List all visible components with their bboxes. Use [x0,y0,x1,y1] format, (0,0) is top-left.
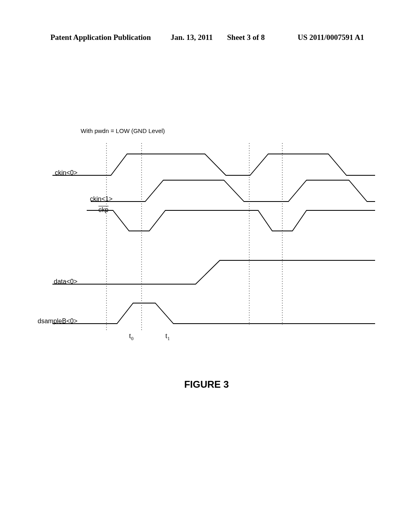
sheet-number: Sheet 3 of 8 [227,33,265,42]
signal-label-dsampleB0: dsampleB<0> [38,318,77,325]
waveform-ckin1 [91,180,375,202]
waveform-ckp-bar [87,210,375,231]
waveform-data0 [52,260,375,284]
time-marker-t0: t0 [129,332,133,342]
signal-label-ckin0: ckin<0> [55,169,77,177]
timing-diagram: ckin<0> ckin<1> ckp data<0> dsampleB<0> [25,143,348,337]
signal-label-data0: data<0> [54,278,77,285]
time-marker-t1: t1 [165,332,170,342]
waveform-dsampleB0 [52,303,375,324]
publication-number: US 2011/0007591 A1 [298,33,364,42]
diagram-condition-text: With pwdn = LOW (GND Level) [81,127,165,134]
publication-date: Jan. 13, 2011 [171,33,213,42]
signal-label-ckin1: ckin<1> [90,195,113,203]
publication-label: Patent Application Publication [50,33,151,42]
waveform-ckin0 [52,154,375,175]
figure-caption: FIGURE 3 [0,379,413,390]
signal-label-ckp-bar: ckp [98,206,108,214]
